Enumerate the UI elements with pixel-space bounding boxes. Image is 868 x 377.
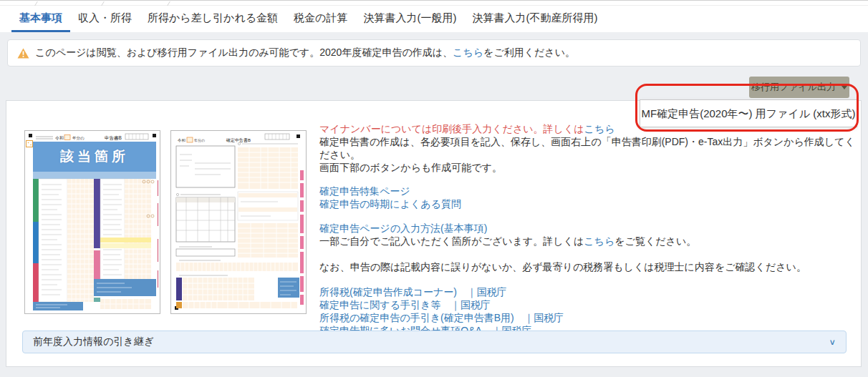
tab[interactable]: 基本事項 [11,6,70,32]
export-file-button-label: 移行用ファイル出力 [751,81,836,94]
self-entry-here-link[interactable]: こちら [584,235,614,247]
caret-down-icon [842,86,847,89]
tab[interactable]: 決算書入力(不動産所得用) [464,6,605,32]
tax-form-preview-1: 令和 年分の 申告書B [24,130,160,314]
nta-link[interactable]: 所得税の確定申告の手引き(確定申告書B用) [319,312,514,323]
quick-link[interactable]: 確定申告の時期によくある質問 [319,198,461,210]
warning-text-after: をご利用ください。 [483,46,575,59]
warning-here-link[interactable]: こちら [453,46,483,59]
nta-link[interactable]: 所得税(確定申告作成コーナー) [319,286,457,298]
svg-text:確定申告書B: 確定申告書B [226,137,251,143]
svg-text:令和: 令和 [178,138,186,142]
tab[interactable]: 所得から差し引かれる金額 [140,6,286,32]
nta-links: 所得税(確定申告作成コーナー)｜国税庁 確定申告に関する手引き等｜国税庁 所得税… [319,285,857,337]
export-menu-item[interactable]: MF確定申告(2020年〜) 用ファイル (xtx形式) [640,100,857,127]
nta-agency-link[interactable]: ｜国税庁 [467,286,507,298]
input-method-link[interactable]: 確定申告ページの入力方法(基本事項) [319,222,487,234]
export-file-button[interactable]: 移行用ファイル出力 [749,77,849,98]
tab[interactable]: 税金の計算 [286,6,355,32]
highlighted-area-label: 該当箇所 [33,147,156,166]
carryover-label: 前年度入力情報の引き継ぎ [33,336,154,348]
tab-bar: 基本事項 収入・所得 所得から差し引かれる金額 税金の計算 決算書入力(一般用)… [0,6,868,32]
svg-text:年分の: 年分の [72,136,85,140]
howto-create-text: 確定申告書の作成は、各必要項目を記入、保存し、画面右上の「申告書印刷(PDF)・… [319,135,857,161]
export-dropdown-menu: MF確定申告(2020年〜) 用ファイル (xtx形式) [640,99,857,127]
instructions: マイナンバーについては印刷後手入力ください。詳しくはこちら 確定申告書の作成は、… [319,122,857,337]
self-entry-text: 一部ご自分でご記入いただく箇所がございます。詳しくはこちらをご覧ください。 [319,235,857,248]
tax-form-preview-2: 令和 年分の 確定申告書B [170,130,307,314]
tab[interactable]: 収入・所得 [70,6,140,32]
howto-create-text-2: 画面下部のボタンからも作成可能です。 [319,161,857,174]
warning-text: このページは閲覧、および移行用ファイル出力のみ可能です。2020年度確定申告の作… [35,46,453,59]
mynumber-here-link[interactable]: こちら [584,123,615,134]
tab[interactable]: 決算書入力(一般用) [355,6,464,32]
svg-text:申告書B: 申告書B [105,135,122,141]
carryover-collapsible-header[interactable]: 前年度入力情報の引き継ぎ ∨ [22,331,847,353]
svg-text:令和: 令和 [55,135,64,140]
quick-link[interactable]: 確定申告特集ページ [319,185,410,197]
svg-text:年分の: 年分の [194,138,205,142]
tax-form-2-image: 令和 年分の 確定申告書B [170,130,307,314]
nta-link[interactable]: 確定申告に関する手引き等 [319,299,440,310]
top-edge-strip [0,0,868,6]
page-warning-banner: このページは閲覧、および移行用ファイル出力のみ可能です。2020年度確定申告の作… [7,39,861,67]
chevron-down-icon: ∨ [829,338,836,347]
nta-agency-link[interactable]: ｜国税庁 [450,299,491,310]
caution-text: なお、申告の際は記載内容に誤りがないか、必ず最寄りの税務署もしくは税理士に内容を… [319,260,857,273]
main-panel: 令和 年分の 申告書B [6,100,862,367]
nta-agency-link[interactable]: ｜国税庁 [524,312,564,323]
quick-links: 確定申告特集ページ確定申告の時期によくある質問 [319,185,857,210]
warning-icon [17,48,29,59]
